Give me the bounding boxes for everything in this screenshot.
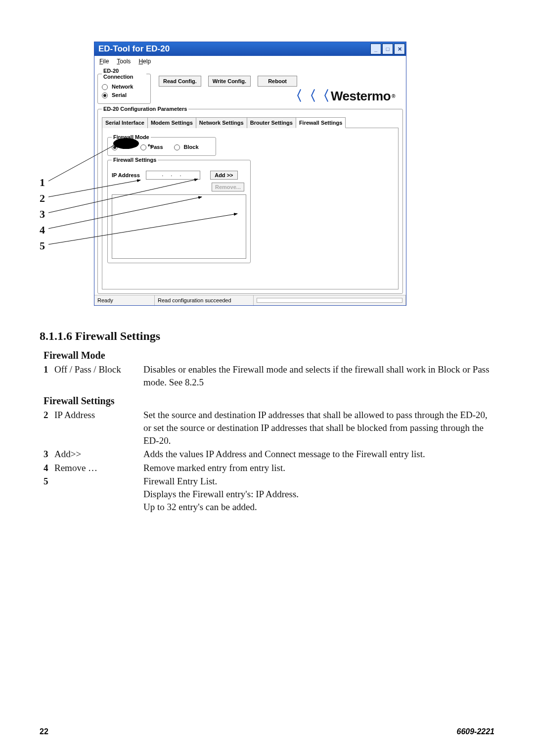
firewall-entry-list[interactable]	[112, 194, 246, 259]
tab-brouter-settings[interactable]: Brouter Settings	[247, 117, 296, 128]
radio-serial[interactable]: Serial	[102, 91, 146, 99]
status-progress	[254, 295, 406, 305]
radio-icon	[102, 84, 108, 90]
menu-help[interactable]: Help	[138, 58, 151, 65]
callout-3: 3	[40, 208, 45, 221]
add-button[interactable]: Add >>	[210, 171, 238, 180]
section-heading: 8.1.1.6 Firewall Settings	[40, 330, 494, 343]
definition-row: 4 Remove … Remove marked entry from entr…	[40, 462, 494, 474]
page-number: 22	[40, 727, 48, 736]
status-bar: Ready Read configuration succeeded	[94, 295, 406, 305]
definition-row: 3 Add>> Adds the values IP Address and C…	[40, 448, 494, 461]
connection-group: ED-20 Connection Network Serial	[97, 68, 151, 104]
subheading-firewall-settings: Firewall Settings	[44, 395, 494, 407]
remove-button[interactable]: Remove...	[212, 183, 244, 191]
connection-legend: ED-20 Connection	[102, 68, 146, 80]
write-config-button[interactable]: Write Config.	[208, 76, 251, 87]
app-window: ED-Tool for ED-20 _ □ ✕ File Tools Help …	[94, 42, 406, 306]
radio-off[interactable]: Off	[112, 143, 130, 151]
radio-icon	[102, 93, 108, 98]
callout-2: 2	[40, 192, 45, 205]
registered-icon: ®	[392, 94, 395, 99]
tab-bar: Serial Interface Modem Settings Network …	[102, 117, 399, 128]
menu-file[interactable]: File	[99, 58, 109, 65]
radio-block[interactable]: Block	[174, 143, 199, 151]
document-id: 6609-2221	[456, 727, 494, 736]
reboot-button[interactable]: Reboot	[258, 76, 297, 87]
maximize-button[interactable]: □	[382, 44, 393, 54]
callout-4: 4	[40, 224, 45, 236]
read-config-button[interactable]: Read Config.	[159, 76, 201, 87]
status-ready: Ready	[94, 295, 155, 305]
radio-network[interactable]: Network	[102, 83, 146, 91]
logo-icon: 〈〈〈	[289, 91, 330, 101]
definition-row: 1 Off / Pass / Block Disables or enables…	[40, 363, 494, 388]
config-legend: ED-20 Configuration Parameters	[102, 106, 188, 112]
firewall-settings-legend: Firewall Settings	[112, 157, 158, 163]
brand-logo: 〈〈〈 Westermo ®	[289, 89, 395, 104]
radio-icon	[112, 144, 118, 150]
tab-network-settings[interactable]: Network Settings	[196, 117, 247, 128]
radio-pass[interactable]: Pass	[140, 143, 163, 151]
close-button[interactable]: ✕	[394, 44, 405, 54]
tab-modem-settings[interactable]: Modem Settings	[147, 117, 196, 128]
definition-row: 5 Firewall Entry List. Displays the Fire…	[40, 475, 494, 513]
status-message: Read configuration succeeded	[155, 295, 254, 305]
menu-tools[interactable]: Tools	[117, 58, 131, 65]
ip-address-input[interactable]: . . .	[146, 171, 200, 180]
tab-serial-interface[interactable]: Serial Interface	[102, 117, 148, 128]
titlebar: ED-Tool for ED-20 _ □ ✕	[94, 42, 406, 56]
menubar: File Tools Help	[97, 57, 403, 67]
minimize-button[interactable]: _	[370, 44, 381, 54]
document-body: 8.1.1.6 Firewall Settings Firewall Mode …	[40, 322, 494, 514]
page-footer: 22 6609-2221	[40, 727, 494, 736]
firewall-mode-group: Firewall Mode Off Pass	[107, 134, 216, 156]
radio-icon	[140, 144, 146, 150]
callout-1: 1	[40, 176, 45, 189]
tab-firewall-settings[interactable]: Firewall Settings	[296, 117, 346, 128]
definition-row: 2 IP Address Set the source and destinat…	[40, 409, 494, 447]
ip-address-label: IP Address	[112, 172, 140, 178]
firewall-mode-legend: Firewall Mode	[112, 134, 151, 140]
config-parameters-group: ED-20 Configuration Parameters Serial In…	[97, 106, 403, 294]
radio-icon	[174, 144, 180, 150]
subheading-firewall-mode: Firewall Mode	[44, 350, 494, 361]
callout-5: 5	[40, 239, 45, 252]
window-title: ED-Tool for ED-20	[98, 44, 369, 54]
firewall-settings-group: Firewall Settings IP Address . . . Add >…	[107, 157, 251, 263]
